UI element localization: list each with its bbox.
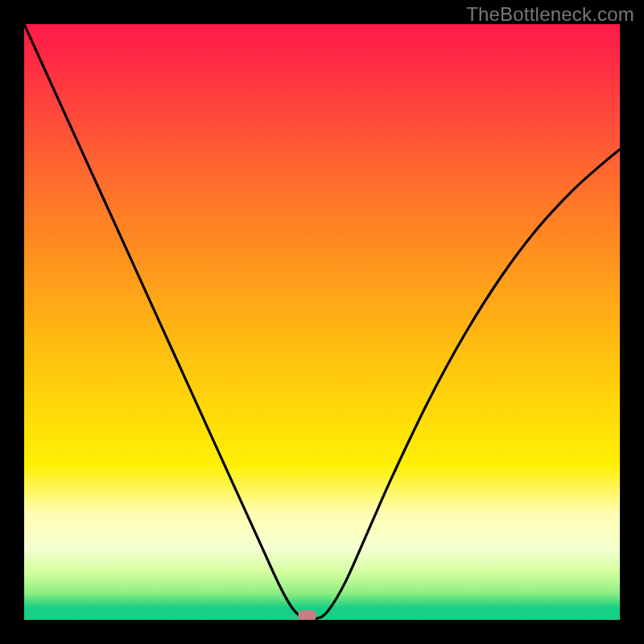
minimum-marker	[299, 610, 316, 620]
chart-frame: TheBottleneck.com	[0, 0, 644, 644]
chart-svg	[24, 24, 620, 620]
plot-area	[24, 24, 620, 620]
watermark-text: TheBottleneck.com	[466, 3, 634, 26]
bottleneck-curve	[24, 24, 620, 620]
